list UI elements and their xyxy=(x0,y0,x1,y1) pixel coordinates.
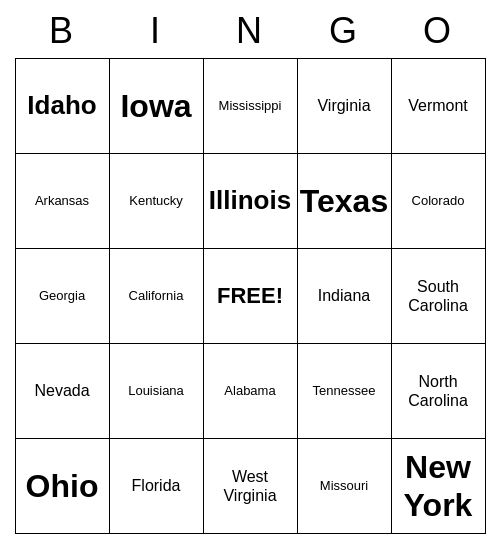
bingo-cell: Missouri xyxy=(298,439,392,534)
cell-text: Colorado xyxy=(412,193,465,209)
bingo-cell: Tennessee xyxy=(298,344,392,439)
bingo-cell: WestVirginia xyxy=(204,439,298,534)
cell-text: Indiana xyxy=(318,286,371,305)
header-letter: N xyxy=(203,10,297,52)
bingo-cell: Florida xyxy=(110,439,204,534)
cell-text: Ohio xyxy=(26,467,99,505)
cell-text: Iowa xyxy=(120,87,191,125)
bingo-cell: Iowa xyxy=(110,59,204,154)
bingo-cell: Louisiana xyxy=(110,344,204,439)
header-letter: G xyxy=(297,10,391,52)
cell-text: Virginia xyxy=(317,96,370,115)
bingo-cell: California xyxy=(110,249,204,344)
bingo-cell: Illinois xyxy=(204,154,298,249)
cell-text: Georgia xyxy=(39,288,85,304)
cell-text: Vermont xyxy=(408,96,468,115)
bingo-cell: Virginia xyxy=(298,59,392,154)
cell-text: Arkansas xyxy=(35,193,89,209)
bingo-cell: Nevada xyxy=(16,344,110,439)
bingo-cell: Georgia xyxy=(16,249,110,344)
cell-text: FREE! xyxy=(217,283,283,309)
cell-text: Idaho xyxy=(27,90,96,121)
cell-text: Nevada xyxy=(34,381,89,400)
cell-text: Louisiana xyxy=(128,383,184,399)
cell-text: Texas xyxy=(300,182,388,220)
bingo-grid: IdahoIowaMississippiVirginiaVermontArkan… xyxy=(15,58,486,534)
bingo-cell: Alabama xyxy=(204,344,298,439)
bingo-cell: Idaho xyxy=(16,59,110,154)
bingo-cell: NorthCarolina xyxy=(392,344,486,439)
bingo-cell: Colorado xyxy=(392,154,486,249)
bingo-cell: NewYork xyxy=(392,439,486,534)
bingo-cell: Texas xyxy=(298,154,392,249)
cell-text: Alabama xyxy=(224,383,275,399)
bingo-cell: FREE! xyxy=(204,249,298,344)
bingo-cell: Arkansas xyxy=(16,154,110,249)
cell-text: Illinois xyxy=(209,185,291,216)
bingo-cell: Indiana xyxy=(298,249,392,344)
cell-text: SouthCarolina xyxy=(408,277,468,315)
cell-text: NorthCarolina xyxy=(408,372,468,410)
cell-text: California xyxy=(129,288,184,304)
header-letter: I xyxy=(109,10,203,52)
bingo-cell: SouthCarolina xyxy=(392,249,486,344)
cell-text: NewYork xyxy=(404,448,473,525)
cell-text: Tennessee xyxy=(313,383,376,399)
header-letter: B xyxy=(15,10,109,52)
bingo-header: BINGO xyxy=(15,0,485,58)
cell-text: Kentucky xyxy=(129,193,182,209)
bingo-cell: Mississippi xyxy=(204,59,298,154)
bingo-cell: Vermont xyxy=(392,59,486,154)
cell-text: Missouri xyxy=(320,478,368,494)
bingo-cell: Kentucky xyxy=(110,154,204,249)
cell-text: WestVirginia xyxy=(223,467,276,505)
bingo-cell: Ohio xyxy=(16,439,110,534)
header-letter: O xyxy=(391,10,485,52)
cell-text: Florida xyxy=(132,476,181,495)
cell-text: Mississippi xyxy=(219,98,282,114)
